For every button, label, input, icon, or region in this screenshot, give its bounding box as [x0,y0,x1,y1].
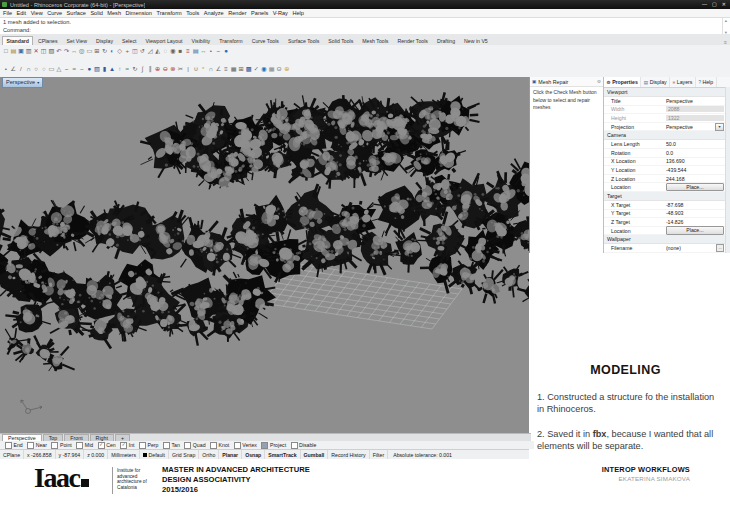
toolbar-tab-render-tools[interactable]: Render Tools [393,36,432,45]
toolbar-tab-drafting[interactable]: Drafting [432,36,459,45]
menu-item-file[interactable]: File [3,10,12,16]
control-point-curve-icon[interactable]: ~ [78,64,86,74]
layers-icon[interactable]: ≡ [184,46,192,56]
mesh-repair-icon[interactable]: ✓ [253,64,261,74]
loft-icon[interactable]: ≈ [124,64,132,74]
chamfer-icon[interactable]: ∠ [215,64,223,74]
place-button[interactable]: Place... [666,226,724,234]
menu-item-solid[interactable]: Solid [90,10,102,16]
menu-item-render[interactable]: Render [228,10,246,16]
toolbar-tab-transform[interactable]: Transform [215,36,247,45]
toolbar-tab-cplanes[interactable]: CPlanes [33,36,62,45]
array-icon[interactable]: ▦ [230,64,238,74]
viewport-canvas[interactable] [0,77,529,433]
mesh-repair-header[interactable]: ▣ Mesh Repair ⚙ [530,77,603,87]
curve-icon[interactable]: ~ [215,46,223,56]
mesh-icon[interactable]: ▩ [245,64,253,74]
rectangle-icon[interactable]: ▭ [48,64,56,74]
chevron-down-icon[interactable]: ▾ [37,78,39,87]
osnap-vertex-checkbox[interactable] [234,442,241,449]
osnap-project-checkbox[interactable] [261,442,268,449]
pan-icon[interactable]: ↔ [70,46,78,56]
snap-icon[interactable]: ⊙ [275,64,283,74]
wireframe-view-icon[interactable]: ◇ [116,46,124,56]
delete-icon[interactable]: ✕ [32,46,40,56]
toolbar-tab-display[interactable]: Display [91,36,117,45]
osnap-quad-checkbox[interactable] [184,442,191,449]
cylinder-icon[interactable]: ▮ [101,64,109,74]
undo-icon[interactable]: ↶ [55,46,63,56]
osnap-tan-checkbox[interactable] [163,442,170,449]
toolbar-tab-select[interactable]: Select [118,36,141,45]
arc-icon[interactable]: ∩ [25,64,33,74]
place-button[interactable]: Place... [666,183,724,191]
tab-properties[interactable]: ⚙Properties [604,77,641,87]
line-icon[interactable]: / [17,64,25,74]
toolbar-tab-curve-tools[interactable]: Curve Tools [247,36,283,45]
trim-icon[interactable]: ✂ [177,64,185,74]
zoom-window-icon[interactable]: ▭ [86,46,94,56]
extrude-icon[interactable]: ↑ [116,64,124,74]
toolbar-tab-solid-tools[interactable]: Solid Tools [324,36,358,45]
toolbar-tab-visibility[interactable]: Visibility [187,36,215,45]
boolean-union-icon[interactable]: ⊕ [154,64,162,74]
tab-layers[interactable]: ≡Layers [670,77,696,87]
osnap-end-checkbox[interactable] [5,442,12,449]
maximize-icon[interactable]: ▢ [712,0,717,9]
object-properties-icon[interactable]: ▤ [192,46,200,56]
revolve-icon[interactable]: ↻ [131,64,139,74]
close-icon[interactable]: ✕ [722,0,726,9]
rotate-icon[interactable]: ↺ [139,46,147,56]
grid-icon[interactable]: ▦ [268,64,276,74]
menu-item-surface[interactable]: Surface [67,10,86,16]
helix-icon[interactable]: ≈ [70,64,78,74]
zoom-extents-icon[interactable]: ⊞ [93,46,101,56]
sweep-icon[interactable]: ∫ [139,64,147,74]
menu-item-edit[interactable]: Edit [17,10,27,16]
paste-icon[interactable]: ▧ [48,46,56,56]
menu-item-curve[interactable]: Curve [47,10,62,16]
render-icon[interactable]: ● [222,46,230,56]
minimize-icon[interactable]: — [702,0,707,9]
osnap-cen-checkbox[interactable]: ✓ [98,442,105,449]
scale-icon[interactable]: ◿ [146,46,154,56]
save-icon[interactable]: ▣ [17,46,25,56]
circle-icon[interactable]: ○ [32,64,40,74]
distance-icon[interactable]: ↔ [199,46,207,56]
properties-scrollbar[interactable] [725,87,730,253]
sphere-icon[interactable]: ● [86,64,94,74]
offset-icon[interactable]: ≡ [222,64,230,74]
menu-item-analyze[interactable]: Analyze [204,10,224,16]
print-icon[interactable]: ▥ [25,46,33,56]
menu-item-tools[interactable]: Tools [186,10,199,16]
new-file-icon[interactable]: □ [2,46,10,56]
osnap-knot-checkbox[interactable] [210,442,217,449]
viewport[interactable]: Perspective ▾ [0,77,529,433]
dropdown-arrow-icon[interactable]: ▼ [715,123,724,131]
cone-icon[interactable]: ▲ [108,64,116,74]
menu-item-dimension[interactable]: Dimension [126,10,152,16]
boolean-difference-icon[interactable]: ⊖ [161,64,169,74]
panel-menu-icon[interactable]: ⚙ [597,79,601,84]
osnap-perp-checkbox[interactable] [139,442,146,449]
group-icon[interactable]: ⊞ [237,64,245,74]
menu-item-mesh[interactable]: Mesh [107,10,121,16]
menu-item-transform[interactable]: Transform [156,10,181,16]
toolbar-tab-standard[interactable]: Standard [2,36,33,45]
show-icon[interactable]: ◉ [169,46,177,56]
pipe-icon[interactable]: ∥ [146,64,154,74]
menu-item-v-ray[interactable]: V-Ray [273,10,288,16]
toolbar-tab-set-view[interactable]: Set View [62,36,91,45]
point-icon[interactable]: • [2,64,10,74]
polygon-icon[interactable]: △ [55,64,63,74]
tab-help[interactable]: ?Help [696,77,717,87]
copy-object-icon[interactable]: ◫ [131,46,139,56]
gumball-icon[interactable]: ⊕ [283,64,291,74]
hide-icon[interactable]: ◌ [161,46,169,56]
mirror-icon[interactable]: ◭ [154,46,162,56]
polyline-icon[interactable]: ∠ [10,64,18,74]
explode-icon[interactable]: * [199,64,207,74]
open-file-icon[interactable]: ▤ [10,46,18,56]
menu-item-panels[interactable]: Panels [251,10,268,16]
osnap-near-checkbox[interactable] [27,442,34,449]
